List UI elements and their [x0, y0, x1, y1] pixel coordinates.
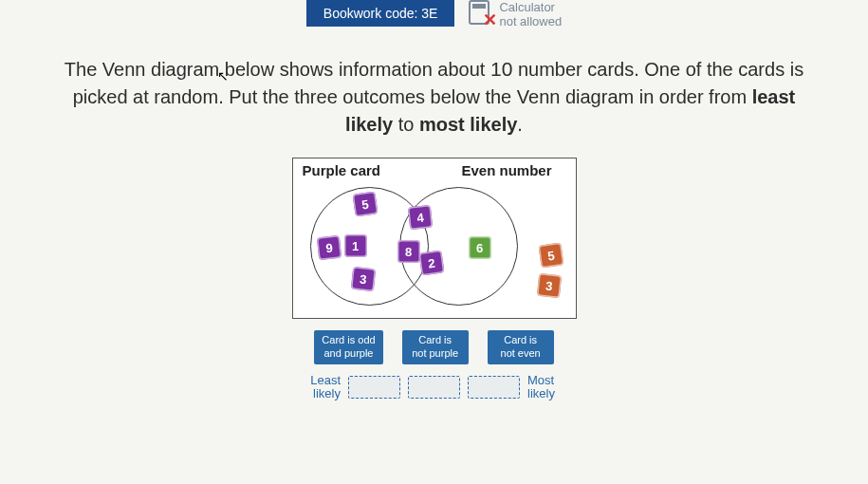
outcome-not-purple[interactable]: Card is not purple [402, 330, 469, 364]
card-purple-2: 2 [418, 251, 444, 276]
outcome-1-line2: and purple [322, 347, 375, 361]
card-purple-5: 5 [352, 192, 378, 217]
calculator-status: ✕ Calculator not allowed [469, 0, 562, 28]
card-orange-5: 5 [538, 243, 563, 269]
dropzone-3[interactable] [468, 376, 520, 399]
question-part1: The Venn diagram below shows information… [65, 59, 490, 80]
outcome-2-line1: Card is [410, 334, 461, 347]
outcome-2-line2: not purple [410, 347, 461, 361]
outcome-tiles: Card is odd and purple Card is not purpl… [314, 330, 553, 364]
card-purple-8: 8 [397, 240, 420, 263]
card-purple-4: 4 [407, 205, 432, 230]
dropzone-1[interactable] [348, 376, 400, 399]
calculator-label-2: not allowed [499, 14, 562, 28]
question-mid: to [393, 114, 419, 135]
card-purple-1: 1 [344, 234, 367, 257]
venn-diagram: Purple card Even number 5 9 1 3 4 8 2 6 … [292, 158, 577, 319]
ordering-row: Least likely Most likely [298, 374, 570, 401]
card-green-6: 6 [469, 236, 491, 259]
most-likely-label: Most likely [527, 374, 570, 401]
card-orange-3: 3 [536, 273, 561, 298]
least-likely-label: Least likely [298, 374, 341, 401]
question-end: . [517, 114, 523, 135]
question-strong2: most likely [419, 114, 517, 135]
bookwork-code-badge: Bookwork code: 3E [306, 0, 455, 27]
card-purple-9: 9 [316, 235, 341, 260]
outcome-3-line1: Card is [495, 334, 546, 347]
outcome-1-line1: Card is odd [322, 334, 375, 347]
outcome-3-line2: not even [495, 347, 546, 361]
question-count: 10 [490, 58, 512, 80]
dropzone-2[interactable] [408, 376, 460, 399]
set-label-purple: Purple card [303, 162, 381, 178]
calculator-label-1: Calculator [499, 0, 562, 14]
set-label-even: Even number [461, 162, 551, 178]
outcome-not-even[interactable]: Card is not even [488, 330, 554, 364]
outcome-odd-purple[interactable]: Card is odd and purple [314, 330, 382, 364]
not-allowed-x-icon: ✕ [483, 9, 497, 30]
calculator-icon: ✕ [469, 0, 493, 28]
question-text: The Venn diagram below shows information… [0, 28, 868, 158]
card-purple-3: 3 [350, 267, 375, 291]
